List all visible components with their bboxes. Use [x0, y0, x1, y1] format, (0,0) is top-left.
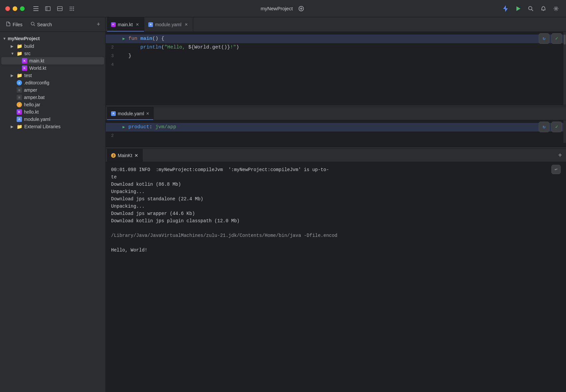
module-yaml-section-tab[interactable]: A module.yaml ✕	[107, 107, 154, 120]
sidebar-tab-search[interactable]: Search	[27, 20, 55, 29]
terminal-line: /Library/Java/JavaVirtualMachines/zulu-2…	[111, 232, 561, 239]
spacer: ▶	[16, 66, 20, 70]
sidebar-tab-files[interactable]: Files	[3, 20, 26, 29]
svg-point-13	[70, 10, 71, 11]
spacer: ▶	[11, 95, 15, 100]
code-line-3: 3 }	[106, 52, 566, 60]
grid-icon[interactable]	[67, 4, 76, 13]
editor-tab-label: module.yaml	[155, 22, 181, 27]
tree-item-world-kt[interactable]: ▶ K World.kt	[1, 64, 104, 72]
maximize-button[interactable]	[20, 6, 25, 11]
close-tab-button[interactable]: ✕	[184, 22, 189, 27]
svg-point-15	[73, 10, 74, 11]
editor-tab-module-yaml[interactable]: A module.yaml ✕	[144, 17, 193, 32]
yaml-check-button[interactable]: ✓	[551, 122, 562, 132]
add-panel-button[interactable]: +	[94, 20, 103, 29]
spacer: ▶	[11, 110, 15, 114]
yaml-v-scrollbar[interactable]	[563, 120, 566, 143]
code-text: }	[128, 52, 561, 60]
close-section-tab-button[interactable]: ✕	[146, 111, 149, 116]
folder-icon: 📁	[17, 73, 22, 78]
run-arrow-icon[interactable]: ▶	[122, 123, 125, 132]
settings-button[interactable]	[551, 4, 561, 13]
terminal-line: Download kotlin (86.8 Mb)	[111, 181, 561, 188]
search-button[interactable]	[526, 4, 535, 13]
tree-root[interactable]: ▼ myNewProject	[0, 35, 105, 43]
yaml-refresh-button[interactable]: ↻	[539, 122, 549, 132]
add-config-button[interactable]	[297, 4, 305, 13]
spacer: ▶	[11, 81, 15, 85]
code-line-2: 2 println("Hello, ${World.get()}!")	[106, 43, 566, 52]
lightning-button[interactable]	[501, 4, 510, 13]
chevron-icon: ▼	[11, 51, 15, 55]
tree-root-label: myNewProject	[8, 36, 40, 41]
yaml-action-buttons: ↻ ✓	[539, 122, 562, 132]
close-terminal-tab-button[interactable]: ✕	[134, 153, 138, 158]
tree-item-label: build	[24, 44, 34, 49]
tree-item-src[interactable]: ▼ 📁 src	[1, 50, 104, 57]
editor-tab-main-kt[interactable]: K main.kt ✕	[107, 17, 144, 32]
editor-tab-bar: K main.kt ✕ A module.yaml ✕	[106, 17, 566, 32]
svg-point-14	[71, 10, 72, 11]
tree-item-editorconfig[interactable]: ▶ ● .editorconfig	[1, 79, 104, 86]
tree-item-label: test	[24, 73, 32, 78]
chevron-icon: ▶	[11, 125, 15, 129]
main-kt-code[interactable]: ▶ fun main() { 2 println("Hello, ${World…	[106, 32, 566, 105]
sidebar-toggle-icon[interactable]	[31, 4, 41, 13]
editorconfig-icon: ●	[17, 80, 22, 85]
scrollbar-thumb	[564, 35, 566, 45]
minimize-button[interactable]	[13, 6, 17, 11]
module-yaml-code[interactable]: ▶ product: jvm/app 2 ↻ ✓	[106, 120, 566, 143]
undo-button[interactable]: ↩	[551, 165, 561, 174]
close-tab-button[interactable]: ✕	[135, 22, 140, 27]
tree-item-label: module.yaml	[24, 117, 50, 122]
terminal-tab-mainkt[interactable]: J MainKt ✕	[107, 149, 143, 162]
svg-point-7	[70, 6, 71, 7]
tree-item-amper[interactable]: ▶ ≡ amper	[1, 86, 104, 94]
terminal-line	[111, 239, 561, 246]
spacer: ▶	[16, 59, 20, 63]
amper-icon: ≡	[17, 87, 22, 93]
terminal-line: Unpacking...	[111, 188, 561, 195]
kotlin-icon: K	[22, 58, 27, 63]
terminal-line: Hello, World!	[111, 246, 561, 254]
add-terminal-button[interactable]: +	[555, 151, 565, 159]
yaml-tab-icon: A	[148, 22, 153, 27]
check-button[interactable]: ✓	[551, 33, 562, 44]
svg-point-26	[31, 22, 34, 25]
tree-item-hello-jar[interactable]: ▶ J hello.jar	[1, 101, 104, 108]
svg-rect-3	[46, 6, 51, 11]
tree-item-external-libraries[interactable]: ▶ 📁 External Libraries	[1, 123, 104, 130]
run-arrow-icon[interactable]: ▶	[122, 35, 125, 43]
tree-item-hello-kt[interactable]: ▶ K hello.kt	[1, 108, 104, 116]
code-line-1: ▶ fun main() {	[106, 35, 566, 43]
sidebar-tab-bar: Files Search +	[0, 17, 105, 32]
kotlin-tab-icon: K	[111, 22, 116, 27]
search-tab-label: Search	[37, 22, 52, 27]
module-yaml-tab-bar: A module.yaml ✕	[106, 107, 566, 120]
notifications-button[interactable]	[539, 4, 548, 13]
close-button[interactable]	[5, 6, 10, 11]
svg-line-22	[532, 9, 533, 11]
split-icon[interactable]	[55, 4, 65, 13]
run-gutter[interactable]: ▶	[119, 35, 128, 43]
code-text: product: jvm/app	[128, 123, 561, 132]
chevron-icon: ▶	[11, 73, 15, 78]
titlebar-right	[501, 4, 561, 13]
tree-item-amper-bat[interactable]: ▶ ≡ amper.bat	[1, 94, 104, 101]
tree-item-module-yaml[interactable]: ▶ A module.yaml	[1, 116, 104, 123]
layout-icon[interactable]	[43, 4, 53, 13]
terminal-output[interactable]: ↩ 00:01.098 INFO :myNewProject:compileJv…	[106, 162, 566, 392]
files-tab-icon	[6, 22, 11, 27]
tree-item-build[interactable]: ▶ 📁 build	[1, 43, 104, 50]
sidebar-file-tree: ▼ myNewProject ▶ 📁 build ▼ 📁 src ▶ K mai…	[0, 32, 105, 392]
tree-item-label: main.kt	[29, 58, 44, 63]
refresh-button[interactable]: ↻	[539, 33, 549, 44]
line-number: 2	[106, 43, 119, 52]
v-scrollbar[interactable]	[563, 32, 566, 105]
tree-item-main-kt[interactable]: ▶ K main.kt	[1, 57, 104, 64]
tree-item-test[interactable]: ▶ 📁 test	[1, 72, 104, 79]
run-gutter[interactable]: ▶	[119, 123, 128, 132]
run-button[interactable]	[513, 4, 523, 13]
yaml-icon: A	[17, 117, 22, 122]
